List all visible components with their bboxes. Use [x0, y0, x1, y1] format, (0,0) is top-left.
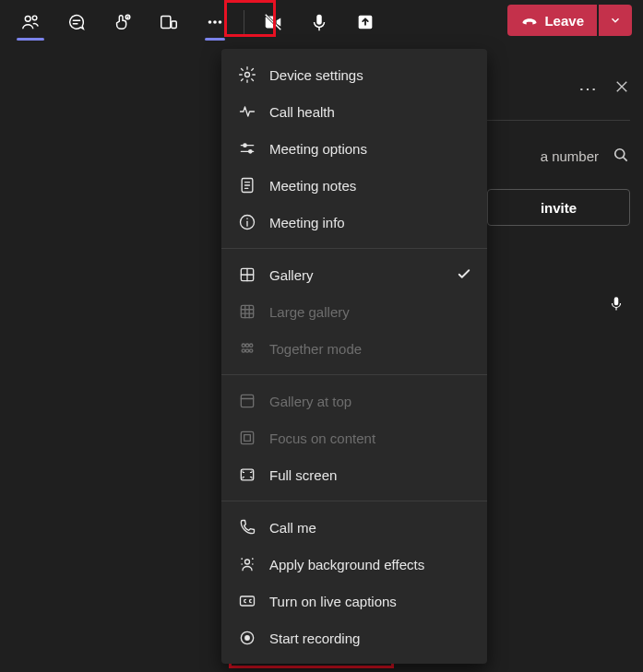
menu-item-full-screen[interactable]: Full screen [221, 456, 487, 493]
menu-item-label: Turn on live captions [269, 594, 397, 609]
svg-point-37 [245, 349, 248, 352]
menu-item-label: Gallery at top [269, 394, 351, 409]
svg-point-0 [25, 16, 30, 21]
svg-point-34 [245, 344, 248, 347]
svg-rect-54 [614, 297, 619, 305]
search-icon[interactable] [612, 146, 630, 167]
menu-item-apply-background-effects[interactable]: Apply background effects [221, 546, 487, 583]
svg-rect-3 [161, 17, 171, 29]
menu-item-label: Start recording [269, 631, 360, 646]
svg-point-44 [245, 560, 250, 564]
search-placeholder-text: a number [541, 148, 599, 164]
menu-item-meeting-options[interactable]: Meeting options [221, 130, 487, 167]
menu-item-label: Gallery [269, 267, 314, 283]
menu-item-gallery-at-top: Gallery at top [221, 383, 487, 419]
svg-line-53 [624, 158, 627, 161]
svg-point-46 [252, 558, 254, 560]
menu-item-device-settings[interactable]: Device settings [221, 56, 487, 93]
record-icon [238, 629, 256, 647]
svg-point-38 [250, 349, 253, 352]
menu-item-label: Device settings [269, 67, 363, 83]
leave-dropdown-button[interactable] [599, 5, 632, 36]
menu-item-label: Together mode [269, 341, 362, 357]
sliders-icon [238, 139, 256, 158]
menu-item-call-health[interactable]: Call health [221, 93, 487, 130]
menu-item-label: Call me [269, 520, 316, 536]
phone-icon [238, 518, 256, 536]
svg-point-7 [219, 20, 222, 24]
call-toolbar: Leave [0, 0, 643, 44]
info-icon [238, 213, 256, 231]
menu-item-meeting-notes[interactable]: Meeting notes [221, 167, 487, 204]
leave-button[interactable]: Leave [507, 5, 597, 36]
cc-icon [238, 592, 256, 610]
svg-point-24 [246, 218, 248, 219]
svg-point-1 [32, 16, 37, 20]
svg-rect-10 [316, 15, 322, 25]
svg-point-48 [252, 563, 254, 565]
notes-icon [238, 176, 256, 195]
share-invite-button[interactable]: invite [487, 189, 630, 226]
grid3-icon [238, 302, 256, 321]
share-button[interactable] [342, 0, 388, 44]
participants-button[interactable] [7, 0, 54, 44]
svg-rect-39 [241, 395, 253, 407]
leave-label: Leave [544, 13, 584, 29]
svg-point-13 [245, 73, 250, 77]
reactions-button[interactable] [100, 0, 146, 44]
menu-item-label: Meeting info [269, 215, 345, 230]
toprow-icon [238, 392, 256, 410]
pulse-icon [238, 102, 256, 121]
svg-point-51 [244, 635, 250, 641]
menu-item-label: Full screen [269, 467, 337, 483]
menu-item-start-recording[interactable]: Start recording [221, 619, 487, 656]
svg-point-35 [250, 344, 253, 347]
svg-rect-4 [172, 21, 177, 28]
svg-point-17 [249, 150, 252, 153]
menu-item-label: Focus on content [269, 430, 375, 446]
person-bg-icon [238, 555, 256, 573]
invite-label: invite [541, 200, 577, 216]
focus-icon [238, 429, 256, 447]
menu-item-large-gallery: Large gallery [221, 293, 487, 330]
svg-point-33 [242, 344, 244, 347]
menu-item-focus-on-content: Focus on content [221, 419, 487, 456]
chat-button[interactable] [54, 0, 100, 44]
gear-icon [238, 65, 256, 84]
svg-rect-28 [241, 305, 253, 317]
panel-divider [487, 120, 630, 121]
svg-rect-42 [244, 435, 251, 442]
menu-item-label: Large gallery [269, 304, 350, 320]
svg-point-5 [208, 20, 212, 24]
svg-point-52 [615, 149, 625, 159]
more-actions-button[interactable] [192, 0, 238, 44]
people-icon [238, 339, 256, 358]
menu-item-label: Apply background effects [269, 557, 424, 572]
rooms-button[interactable] [146, 0, 192, 44]
menu-item-label: Meeting notes [269, 178, 356, 194]
camera-button[interactable] [250, 0, 296, 44]
check-icon [456, 265, 472, 285]
svg-point-6 [213, 20, 217, 24]
more-actions-menu: Device settingsCall healthMeeting option… [221, 49, 487, 664]
svg-point-45 [241, 558, 243, 560]
fullscreen-icon [238, 466, 256, 484]
menu-item-label: Call health [269, 104, 335, 120]
menu-item-turn-on-live-captions[interactable]: Turn on live captions [221, 583, 487, 619]
panel-more-icon[interactable]: ⋯ [578, 77, 597, 100]
svg-point-15 [244, 144, 246, 147]
svg-rect-49 [241, 596, 255, 606]
menu-item-call-me[interactable]: Call me [221, 509, 487, 546]
menu-item-meeting-info[interactable]: Meeting info [221, 204, 487, 241]
grid2-icon [238, 265, 256, 284]
menu-item-together-mode: Together mode [221, 330, 487, 367]
svg-point-36 [242, 349, 244, 352]
svg-point-47 [241, 563, 243, 565]
participant-mic-icon [608, 295, 625, 315]
mic-button[interactable] [296, 0, 342, 44]
toolbar-divider [244, 10, 244, 34]
svg-rect-41 [241, 431, 253, 443]
menu-item-gallery[interactable]: Gallery [221, 256, 487, 293]
panel-close-icon[interactable] [613, 78, 630, 100]
menu-item-label: Meeting options [269, 141, 367, 157]
